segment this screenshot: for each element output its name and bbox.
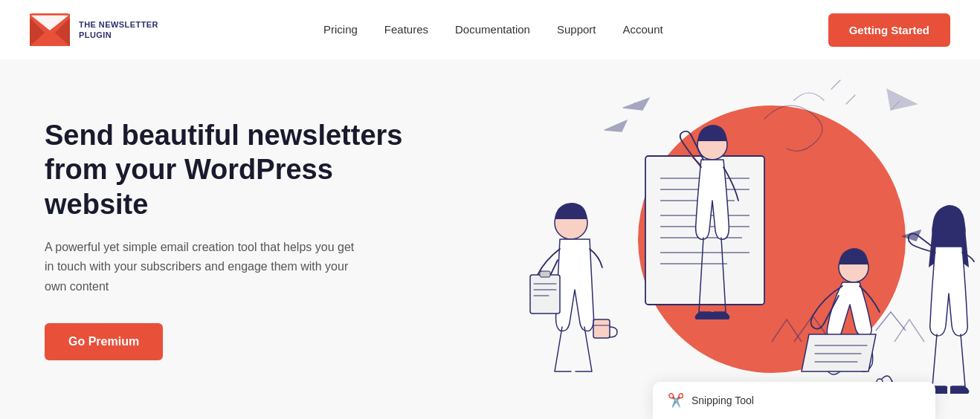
decorative-swirls [764, 80, 917, 151]
hero-title: Send beautiful newsletters from your Wor… [45, 118, 431, 221]
hero-subtitle: A powerful yet simple email creation too… [45, 238, 364, 296]
logo-icon [30, 13, 70, 46]
person-right-kneeling [802, 248, 892, 392]
nav-item-pricing[interactable]: Pricing [323, 23, 358, 36]
svg-rect-12 [593, 319, 610, 338]
nav-link-pricing[interactable]: Pricing [323, 23, 358, 36]
snipping-tool-icon: ✂️ [668, 392, 684, 409]
hero-content: Send beautiful newsletters from your Wor… [45, 118, 431, 360]
person-left [530, 203, 617, 371]
snipping-tool-popup: ✂️ Snipping Tool [653, 382, 935, 419]
nav-item-support[interactable]: Support [557, 23, 596, 36]
nav-link-support[interactable]: Support [557, 23, 596, 36]
hero-section: Send beautiful newsletters from your Wor… [0, 59, 980, 419]
nav-item-account[interactable]: Account [622, 23, 663, 36]
nav-links: Pricing Features Documentation Support A… [323, 23, 663, 36]
person-far-right [903, 205, 974, 394]
nav-item-features[interactable]: Features [384, 23, 428, 36]
svg-rect-8 [540, 271, 550, 277]
go-premium-button[interactable]: Go Premium [45, 323, 163, 360]
svg-marker-37 [605, 120, 627, 131]
nav-link-documentation[interactable]: Documentation [455, 23, 530, 36]
hero-illustration-svg [474, 59, 980, 419]
svg-marker-34 [903, 230, 921, 241]
logo-link[interactable]: THE NEWSLETTER PLUGIN [30, 13, 158, 46]
hero-illustration [474, 59, 980, 419]
paper-planes-top [605, 98, 649, 131]
logo-text: THE NEWSLETTER PLUGIN [79, 19, 158, 41]
svg-rect-7 [530, 275, 560, 314]
svg-marker-25 [887, 89, 917, 110]
nav-item-documentation[interactable]: Documentation [455, 23, 530, 36]
nav-link-features[interactable]: Features [384, 23, 428, 36]
getting-started-button[interactable]: Getting Started [828, 13, 950, 47]
nav-link-account[interactable]: Account [622, 23, 663, 36]
main-nav: THE NEWSLETTER PLUGIN Pricing Features D… [0, 0, 980, 59]
snipping-tool-label: Snipping Tool [692, 394, 754, 406]
